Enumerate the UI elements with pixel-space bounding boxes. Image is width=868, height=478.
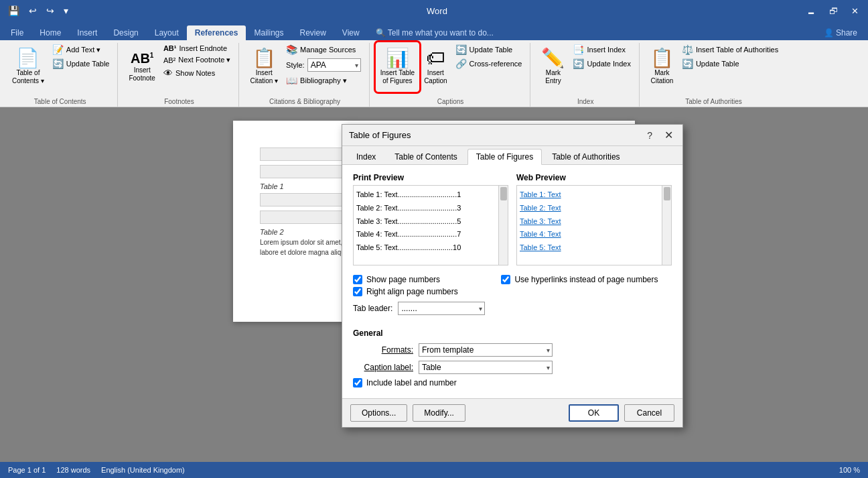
dialog-tab-toa[interactable]: Table of Authorities xyxy=(543,149,628,164)
right-align-label: Right align page numbers xyxy=(366,287,458,296)
options-row: Show page numbers Right align page numbe… xyxy=(353,272,672,320)
general-title: General xyxy=(353,328,672,338)
caption-label-row: Caption label: (none) Equation Figure Ta… xyxy=(353,361,672,374)
table-of-figures-dialog: Table of Figures ? ✕ Index Table of Cont… xyxy=(342,124,683,428)
web-preview-text: Table 1: Text Table 2: Text Table 3: Tex… xyxy=(520,188,668,255)
web-item-1[interactable]: Table 1: Text xyxy=(520,188,668,202)
print-scrollbar-thumb xyxy=(500,187,507,200)
footer-left-buttons: Options... Modify... xyxy=(350,404,563,422)
use-hyperlinks-checkbox[interactable] xyxy=(501,275,510,284)
modify-button[interactable]: Modify... xyxy=(413,404,465,422)
print-item-4: Table 4: Text...........................… xyxy=(356,228,505,241)
include-label-checkbox[interactable] xyxy=(353,378,362,387)
caption-label-select[interactable]: (none) Equation Figure Table xyxy=(419,361,553,374)
formats-row: Formats: From template Classic Distincti… xyxy=(353,343,672,357)
web-preview-label: Web Preview xyxy=(516,173,672,182)
print-preview-label: Print Preview xyxy=(353,173,508,182)
dialog-close-button[interactable]: ✕ xyxy=(662,129,676,141)
show-page-numbers-checkbox[interactable] xyxy=(353,275,362,284)
print-preview-scrollbar[interactable] xyxy=(498,186,508,265)
use-hyperlinks-label: Use hyperlinks instead of page numbers xyxy=(514,275,658,284)
show-page-numbers-row: Show page numbers xyxy=(353,275,485,284)
use-hyperlinks-row: Use hyperlinks instead of page numbers xyxy=(501,275,658,284)
tab-leader-label: Tab leader: xyxy=(353,304,392,313)
dialog-tab-index[interactable]: Index xyxy=(348,149,384,164)
caption-label-label: Caption label: xyxy=(353,363,413,372)
tab-leader-select-wrapper: ....... (none) ------- _______ xyxy=(398,302,485,315)
formats-label: Formats: xyxy=(353,345,413,355)
ok-button[interactable]: OK xyxy=(569,404,619,422)
print-preview-text: Table 1: Text...........................… xyxy=(356,188,505,255)
print-item-5: Table 5: Text...........................… xyxy=(356,241,505,255)
web-item-5[interactable]: Table 5: Text xyxy=(520,241,668,255)
web-item-2[interactable]: Table 2: Text xyxy=(520,202,668,215)
print-preview-box: Print Preview Table 1: Text.............… xyxy=(353,173,508,265)
tab-leader-row: Tab leader: ....... (none) ------- _____… xyxy=(353,302,485,315)
print-item-3: Table 3: Text...........................… xyxy=(356,215,505,229)
web-item-3[interactable]: Table 3: Text xyxy=(520,215,668,229)
right-options: Use hyperlinks instead of page numbers xyxy=(501,272,658,320)
dialog-tab-bar: Index Table of Contents Table of Figures… xyxy=(342,146,682,165)
print-item-1: Table 1: Text...........................… xyxy=(356,188,505,202)
formats-select[interactable]: From template Classic Distinctive Center… xyxy=(419,343,553,357)
dialog-help-button[interactable]: ? xyxy=(643,130,656,141)
show-page-numbers-label: Show page numbers xyxy=(366,275,440,284)
dialog-titlebar: Table of Figures ? ✕ xyxy=(342,125,682,146)
tab-leader-select[interactable]: ....... (none) ------- _______ xyxy=(398,302,485,315)
formats-select-wrapper: From template Classic Distinctive Center… xyxy=(419,343,553,357)
options-button[interactable]: Options... xyxy=(350,404,407,422)
print-item-2: Table 2: Text...........................… xyxy=(356,202,505,215)
dialog-overlay: Table of Figures ? ✕ Index Table of Cont… xyxy=(0,0,868,478)
dialog-title-buttons: ? ✕ xyxy=(643,129,676,141)
general-section: General Formats: From template Classic D… xyxy=(353,328,672,387)
right-align-checkbox[interactable] xyxy=(353,287,362,296)
caption-label-select-wrapper: (none) Equation Figure Table xyxy=(419,361,553,374)
include-label-row: Include label and number xyxy=(353,378,672,387)
web-preview-box: Web Preview Table 1: Text Table 2: Text … xyxy=(516,173,672,265)
dialog-footer: Options... Modify... OK Cancel xyxy=(342,398,682,427)
web-item-4[interactable]: Table 4: Text xyxy=(520,228,668,241)
left-options: Show page numbers Right align page numbe… xyxy=(353,272,485,320)
right-align-row: Right align page numbers xyxy=(353,287,485,296)
dialog-title: Table of Figures xyxy=(349,130,411,140)
web-scrollbar-thumb xyxy=(664,187,670,200)
include-label-label: Include label and number xyxy=(366,378,457,387)
dialog-tab-tof[interactable]: Table of Figures xyxy=(467,149,542,165)
print-preview-content: Table 1: Text...........................… xyxy=(353,185,508,265)
cancel-button[interactable]: Cancel xyxy=(624,404,674,422)
preview-row: Print Preview Table 1: Text.............… xyxy=(353,173,672,265)
web-preview-content: Table 1: Text Table 2: Text Table 3: Tex… xyxy=(516,185,672,265)
dialog-body: Print Preview Table 1: Text.............… xyxy=(342,165,682,398)
dialog-tab-toc[interactable]: Table of Contents xyxy=(386,149,465,164)
web-preview-scrollbar[interactable] xyxy=(662,186,671,265)
